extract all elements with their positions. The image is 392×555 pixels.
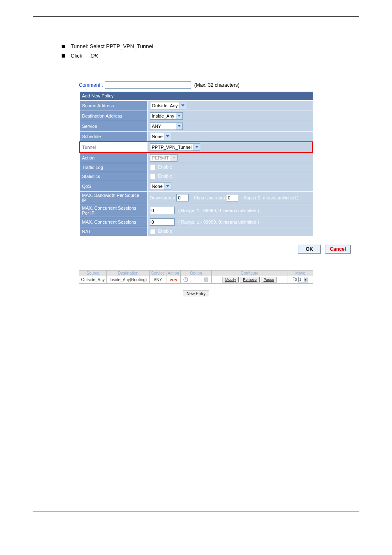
move-to-label: To — [293, 277, 297, 282]
new-entry-button[interactable]: New Entry — [183, 290, 209, 297]
bullet-icon — [62, 54, 65, 58]
policy-list: Source Destination Service Action Option… — [79, 270, 313, 297]
max-bandwidth-label: MAX. Bandwidth Per Source IP — [79, 191, 147, 204]
log-icon[interactable] — [201, 276, 211, 283]
max-sessions-ip-input[interactable] — [150, 207, 175, 214]
col-source: Source — [79, 270, 107, 276]
sessions-ip-note: ( Range: 1 - 99999, 0: means unlimited ) — [178, 208, 259, 213]
bullet-text: Click — [71, 51, 82, 60]
enable-label: Enable — [158, 229, 172, 234]
action-select[interactable]: PERMIT — [150, 154, 178, 162]
col-move: Move — [288, 270, 313, 276]
chevron-down-icon — [164, 133, 171, 140]
qos-label: QoS — [79, 181, 147, 191]
bullet-text: Tunnel: Select PPTP_VPN_Tunnel. — [71, 42, 154, 51]
nat-label: NAT — [79, 227, 147, 236]
chevron-down-icon — [176, 113, 182, 119]
destination-label: Destination Address — [79, 111, 147, 121]
bullet-icon — [62, 45, 65, 48]
schedule-select[interactable]: None — [150, 133, 171, 140]
sessions-note: ( Range: 1 - 99999, 0: means unlimited ) — [178, 220, 259, 224]
col-action: Action — [166, 270, 181, 276]
modify-button[interactable]: Modify — [222, 277, 239, 282]
comment-hint: (Max. 32 characters) — [194, 82, 240, 88]
cell-action: VPN — [170, 278, 178, 282]
cell-service: ANY — [150, 276, 166, 283]
chevron-down-icon — [176, 123, 182, 130]
service-label: Service — [79, 121, 147, 131]
chevron-down-icon — [164, 183, 171, 190]
qos-select[interactable]: None — [150, 183, 171, 190]
col-service: Service — [150, 270, 166, 276]
statistics-checkbox[interactable] — [150, 174, 155, 179]
upstream-input[interactable] — [226, 194, 238, 201]
nat-checkbox[interactable] — [150, 229, 155, 234]
form-header: Add New Policy — [79, 91, 313, 100]
upstream-label: Kbps Upstream — [194, 195, 225, 200]
move-select[interactable]: 1 ▾ — [298, 277, 308, 282]
source-select[interactable]: Outside_Any — [150, 102, 187, 109]
source-label: Source Address — [79, 100, 147, 111]
tunnel-label: Tunnel — [79, 142, 147, 153]
ok-button[interactable]: OK — [298, 245, 321, 254]
pause-button[interactable]: Pause — [261, 277, 277, 282]
add-policy-form: Comment : (Max. 32 characters) Add New P… — [79, 81, 313, 236]
downstream-label: Downstream — [150, 195, 175, 200]
traffic-log-checkbox[interactable] — [150, 165, 155, 170]
comment-input[interactable] — [105, 81, 191, 89]
col-configure: Configure — [212, 270, 288, 276]
schedule-label: Schedule — [79, 131, 147, 142]
traffic-log-label: Traffic Log — [79, 163, 147, 172]
chevron-down-icon — [193, 144, 200, 150]
col-option: Option — [180, 270, 211, 276]
bullet-list: Tunnel: Select PPTP_VPN_Tunnel. Click OK — [62, 42, 392, 61]
action-label: Action — [79, 153, 147, 163]
tunnel-select[interactable]: PPTP_VPN_Tunnel — [150, 143, 201, 151]
cell-source: Outside_Any — [79, 276, 107, 283]
schedule-icon[interactable] — [181, 276, 191, 283]
bandwidth-note: Kbps ( 0: means unlimited ) — [244, 195, 299, 200]
table-row: Outside_Any Inside_Any(Routing) ANY VPN … — [79, 276, 313, 283]
downstream-input[interactable] — [176, 194, 189, 201]
comment-label: Comment : — [79, 82, 103, 88]
max-sessions-input[interactable] — [150, 218, 175, 226]
statistics-label: Statistics — [79, 172, 147, 181]
option-blank — [191, 276, 201, 283]
bullet-emphasis: OK — [90, 51, 98, 60]
col-destination: Destination — [107, 270, 150, 276]
max-sessions-ip-label: MAX. Concurrent Sessions Per IP — [79, 204, 147, 217]
remove-button[interactable]: Remove — [240, 277, 260, 282]
chevron-down-icon — [179, 102, 186, 109]
enable-label: Enable — [158, 173, 172, 178]
cell-destination: Inside_Any(Routing) — [107, 276, 150, 283]
destination-select[interactable]: Inside_Any — [150, 112, 183, 120]
service-select[interactable]: ANY — [150, 123, 183, 130]
cancel-button[interactable]: Cancel — [325, 245, 351, 254]
chevron-down-icon: ▾ — [304, 278, 308, 282]
max-sessions-label: MAX. Concurrent Sessions — [79, 217, 147, 227]
enable-label: Enable — [158, 164, 172, 169]
chevron-down-icon — [171, 155, 177, 161]
